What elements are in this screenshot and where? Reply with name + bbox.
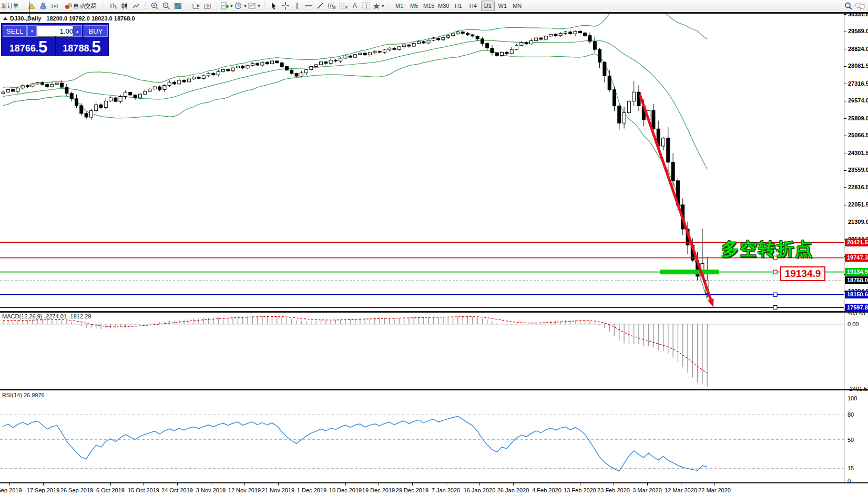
periods-button[interactable]: ▼ <box>234 1 247 11</box>
zoom-in-icon[interactable] <box>149 1 160 11</box>
price-tick-label: 30331.5 <box>848 11 868 17</box>
price-badge-18150.6: 18150.6 <box>845 291 868 298</box>
fibo-grid-icon[interactable]: F <box>338 1 349 11</box>
buy-price[interactable]: 18788. 5 <box>56 37 107 55</box>
crosshair-icon[interactable] <box>280 1 291 11</box>
timeframe-button-M15[interactable]: M15 <box>422 1 436 11</box>
price-tick-label: 25066.5 <box>848 132 868 138</box>
symbol-name: DJ30-,Daily <box>10 15 41 22</box>
chat-icon[interactable] <box>855 1 865 11</box>
timeframe-button-MN[interactable]: MN <box>510 1 524 11</box>
bar-chart-mode-icon[interactable] <box>108 1 118 11</box>
zoom-out-icon[interactable] <box>161 1 171 11</box>
text-label-icon[interactable]: T <box>361 1 372 11</box>
macd-axis-label: 0.00 <box>847 321 859 327</box>
price-tick <box>844 153 846 153</box>
toolbar-separator <box>264 2 265 10</box>
price-tick <box>844 49 846 49</box>
turning-point-annotation[interactable]: 多空转折点 <box>721 237 813 261</box>
chart-marker-icon <box>3 17 7 20</box>
date-axis-label[interactable]: 17 Sep 2019 <box>27 487 59 493</box>
timeframe-button-M5[interactable]: M5 <box>407 1 421 11</box>
signals-icon[interactable] <box>49 1 60 11</box>
date-tick <box>144 483 144 485</box>
date-axis-label[interactable]: 6 Oct 2019 <box>96 487 125 493</box>
date-axis-label[interactable]: 13 Feb 2020 <box>564 487 596 493</box>
buy-button[interactable]: BUY <box>84 25 108 37</box>
price-callout-box[interactable]: 19134.9 <box>780 266 825 281</box>
date-axis-label[interactable]: Sep 2019 <box>0 487 22 493</box>
date-axis-label[interactable]: 4 Feb 2020 <box>532 487 561 493</box>
timeframe-button-H4[interactable]: H4 <box>466 1 480 11</box>
date-axis-label[interactable]: 26 Jan 2020 <box>497 487 529 493</box>
price-tick <box>844 84 846 84</box>
candlestick-mode-icon[interactable] <box>119 1 130 11</box>
indicators-button[interactable]: ▼ <box>221 1 233 11</box>
price-tick-label: 21309.0 <box>848 219 868 225</box>
date-axis-label[interactable]: 10 Dec 2019 <box>329 487 362 493</box>
date-axis-label[interactable]: 12 Mar 2020 <box>665 487 697 493</box>
svg-text:F: F <box>345 6 348 9</box>
date-axis-label[interactable]: 15 Oct 2019 <box>128 487 159 493</box>
volume-decrease-button[interactable]: ▼ <box>27 25 37 37</box>
main-chart-pane <box>0 14 844 311</box>
search-icon[interactable] <box>843 1 854 11</box>
date-tick <box>345 483 346 485</box>
price-tick <box>844 32 846 32</box>
pane-separator[interactable] <box>0 389 868 390</box>
timeframe-button-M30[interactable]: M30 <box>437 1 451 11</box>
rsi-axis-label: 100 <box>847 395 857 401</box>
trendline-icon[interactable] <box>315 1 325 11</box>
toolbar-separator <box>145 2 146 10</box>
volume-increase-button[interactable]: ▲ <box>73 25 82 37</box>
line-chart-mode-icon[interactable] <box>131 1 141 11</box>
price-tick <box>844 101 846 101</box>
date-axis-label[interactable]: 3 Nov 2019 <box>196 487 226 493</box>
sell-price[interactable]: 18766. 5 <box>3 37 54 55</box>
volume-input[interactable] <box>37 25 76 37</box>
one-click-trading-panel: SELL ▼ ▲ BUY 18766. 5 18788. 5 <box>1 23 109 56</box>
rsi-axis-label: 0 <box>847 478 851 484</box>
date-axis-label[interactable]: 3 Mar 2020 <box>632 487 662 493</box>
date-axis-label[interactable]: 23 Feb 2020 <box>597 487 630 493</box>
toolbar: 新订单 自动交易 <box>0 0 868 12</box>
date-axis-label[interactable]: 19 Dec 2019 <box>362 487 395 493</box>
chart-shift-icon[interactable] <box>202 1 213 11</box>
timeframe-button-D1[interactable]: D1 <box>481 1 495 11</box>
price-tick-label: 23559.0 <box>848 167 868 173</box>
timeframe-button-W1[interactable]: W1 <box>496 1 509 11</box>
new-order-button[interactable]: 新订单 <box>0 1 25 11</box>
profile-icon[interactable] <box>38 1 48 11</box>
date-axis-label[interactable]: 22 Mar 2020 <box>698 487 731 493</box>
date-axis-label[interactable]: 21 Nov 2019 <box>262 487 294 493</box>
date-tick <box>714 483 715 485</box>
date-axis-label[interactable]: 24 Oct 2019 <box>161 487 193 493</box>
auto-scroll-icon[interactable] <box>191 1 201 11</box>
pane-separator[interactable] <box>0 311 868 313</box>
horizontal-line-icon[interactable] <box>303 1 314 11</box>
templates-button[interactable]: ▼ <box>248 1 261 11</box>
shapes-button[interactable]: ▼ <box>373 1 385 11</box>
timeframe-button-M1[interactable]: M1 <box>393 1 406 11</box>
chevron-down-icon: ▼ <box>381 4 385 8</box>
date-axis-label[interactable]: 7 Jan 2020 <box>432 487 460 493</box>
date-axis-label[interactable]: 26 Sep 2019 <box>60 487 93 493</box>
vertical-line-icon[interactable] <box>292 1 302 11</box>
tile-windows-icon[interactable] <box>172 1 183 11</box>
date-axis-label[interactable]: 1 Dec 2019 <box>297 487 326 493</box>
fibonacci-icon[interactable]: E <box>326 1 337 11</box>
timeframe-button-H1[interactable]: H1 <box>452 1 465 11</box>
sell-button[interactable]: SELL <box>3 25 27 37</box>
pane-separator <box>0 482 868 483</box>
text-tool-icon[interactable]: A <box>350 1 360 11</box>
date-axis-label[interactable]: 16 Jan 2020 <box>464 487 496 493</box>
auto-trading-button[interactable]: 自动交易 <box>61 1 100 11</box>
rsi-pane <box>0 391 844 482</box>
price-tick <box>844 14 846 15</box>
date-tick <box>278 483 279 485</box>
price-tick-label: 27316.5 <box>848 80 868 87</box>
date-axis-label[interactable]: 29 Dec 2019 <box>396 487 428 493</box>
cursor-icon[interactable] <box>269 1 279 11</box>
date-axis-label[interactable]: 12 Nov 2019 <box>228 487 261 493</box>
history-center-icon[interactable] <box>26 1 37 11</box>
